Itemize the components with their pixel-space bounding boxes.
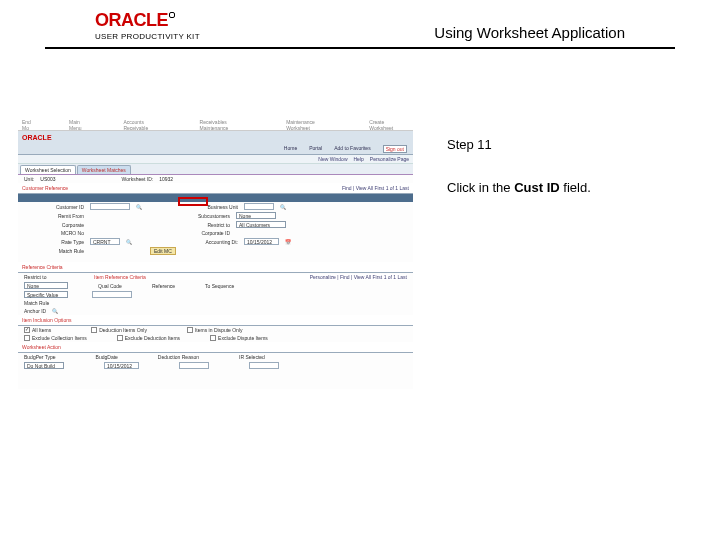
crumb-new[interactable]: New Window bbox=[318, 156, 347, 162]
item-ref-header: Item Reference Criteria Personalize | Fi… bbox=[94, 274, 407, 280]
remit-label: Remit From bbox=[24, 213, 84, 219]
step-text-after: field. bbox=[560, 180, 591, 195]
act-type-label: BudgPer Type bbox=[24, 354, 56, 360]
toseq-label: To Sequence bbox=[205, 283, 234, 289]
excl-ded-label: Exclude Deduction Items bbox=[125, 335, 180, 341]
ss-menu: Home Portal Add to Favorites Sign out bbox=[18, 144, 413, 155]
customer-ref-header: Customer Reference Find | View All First… bbox=[18, 183, 413, 194]
inc-row1: All Items Deduction Items Only Items in … bbox=[18, 326, 413, 334]
doc-title: Using Worksheet Application bbox=[434, 24, 625, 41]
dark-band bbox=[18, 194, 413, 202]
page-header: ORACLE USER PRODUCTIVITY KIT Using Works… bbox=[45, 0, 675, 49]
match-row2: Match Rule bbox=[18, 299, 413, 307]
excl-ded-check[interactable] bbox=[117, 335, 123, 341]
menu-signout[interactable]: Sign out bbox=[383, 145, 407, 153]
corp-label: Corporate bbox=[24, 222, 84, 228]
ss-tabs: Worksheet Selection Worksheet Matches bbox=[18, 164, 413, 175]
crumb-help[interactable]: Help bbox=[354, 156, 364, 162]
menu-home[interactable]: Home bbox=[284, 145, 297, 153]
step-text: Click in the Cust ID field. bbox=[447, 180, 591, 195]
specific-select[interactable]: Specific Value bbox=[24, 291, 68, 298]
ded-only-check[interactable] bbox=[91, 327, 97, 333]
qual-label: Qual Code bbox=[98, 283, 122, 289]
tab-selection[interactable]: Worksheet Selection bbox=[20, 165, 76, 174]
ss-crumb: New Window Help Personalize Page bbox=[18, 155, 413, 164]
restrict-label: Restrict to bbox=[180, 222, 230, 228]
lookup-icon-2[interactable]: 🔍 bbox=[280, 204, 286, 210]
custid-label: Customer ID bbox=[24, 204, 84, 210]
custid-input[interactable] bbox=[90, 203, 130, 210]
ref-label: Reference bbox=[152, 283, 175, 289]
wsid-label: Worksheet ID: bbox=[122, 176, 154, 182]
act-ded-input[interactable] bbox=[179, 362, 209, 369]
top-c: Accounts Receivable bbox=[123, 119, 169, 131]
match-label: Match Rule bbox=[24, 248, 84, 254]
act-date-input[interactable]: 10/15/2012 bbox=[104, 362, 139, 369]
sub-label: Subcustomers bbox=[180, 213, 230, 219]
highlight-custid bbox=[178, 197, 208, 206]
crumb-pers[interactable]: Personalize Page bbox=[370, 156, 409, 162]
top-e: Maintenance Worksheet bbox=[286, 119, 339, 131]
qual-input[interactable] bbox=[92, 291, 132, 298]
lookup-icon[interactable]: 🔍 bbox=[136, 204, 142, 210]
wsid-value: 10932 bbox=[159, 176, 173, 182]
sub-select[interactable]: None bbox=[236, 212, 276, 219]
act-ded-label: Deduction Reason bbox=[158, 354, 199, 360]
bu-input[interactable] bbox=[244, 203, 274, 210]
excl-coll-check[interactable] bbox=[24, 335, 30, 341]
disp-only-label: Items in Dispute Only bbox=[195, 327, 243, 333]
anchor-label: Anchor ID bbox=[24, 308, 46, 314]
ref-row3: Specific Value bbox=[18, 290, 413, 299]
excl-disp-check[interactable] bbox=[210, 335, 216, 341]
ref-criteria-header: Reference Criteria bbox=[18, 262, 413, 273]
step-text-before: Click in the bbox=[447, 180, 514, 195]
restrict-select[interactable]: All Customers bbox=[236, 221, 286, 228]
ded-only-label: Deduction Items Only bbox=[99, 327, 147, 333]
top-f: Create Worksheet bbox=[369, 119, 409, 131]
ss-topbar: End Mo Main Menu Accounts Receivable Rec… bbox=[18, 119, 413, 131]
customer-ref-title: Customer Reference bbox=[22, 185, 68, 191]
rate-row: Rate Type CRRNT 🔍 Accounting Dt: 10/15/2… bbox=[18, 237, 413, 246]
act-type-select[interactable]: Do Not Build bbox=[24, 362, 64, 369]
action-row1: BudgPer Type BudgDate Deduction Reason I… bbox=[18, 353, 413, 361]
disp-only-check[interactable] bbox=[187, 327, 193, 333]
all-items-check[interactable] bbox=[24, 327, 30, 333]
calendar-icon[interactable]: 📅 bbox=[285, 239, 291, 245]
matchrule2-label: Match Rule bbox=[24, 300, 49, 306]
edit-mc-button[interactable]: Edit MC bbox=[150, 247, 176, 255]
ref-cols: Restrict to Item Reference Criteria Pers… bbox=[18, 273, 413, 281]
excl-coll-label: Exclude Collection Items bbox=[32, 335, 87, 341]
corp-row: Corporate Restrict to All Customers bbox=[18, 220, 413, 229]
rate-label: Rate Type bbox=[24, 239, 84, 245]
excl-disp-label: Exclude Dispute Items bbox=[218, 335, 268, 341]
inclusion-header: Item Inclusion Options bbox=[18, 315, 413, 326]
pager-2[interactable]: Personalize | Find | View All First 1 of… bbox=[310, 274, 407, 280]
unit-value: US003 bbox=[40, 176, 55, 182]
matchrule-row: Match Rule Edit MC bbox=[18, 246, 413, 256]
menu-fav[interactable]: Add to Favorites bbox=[334, 145, 370, 153]
act-date-label: BudgDate bbox=[96, 354, 118, 360]
upk-subtitle: USER PRODUCTIVITY KIT bbox=[95, 32, 200, 41]
instruction-panel: Step 11 Click in the Cust ID field. bbox=[413, 119, 591, 389]
restrict2-select[interactable]: None bbox=[24, 282, 68, 289]
pager-1[interactable]: Find | View All First 1 of 1 Last bbox=[342, 185, 409, 191]
action-row2: Do Not Build 10/15/2012 bbox=[18, 361, 413, 370]
oracle-logo: ORACLE bbox=[95, 10, 200, 31]
app-screenshot: End Mo Main Menu Accounts Receivable Rec… bbox=[18, 119, 413, 389]
lookup-icon-4[interactable]: 🔍 bbox=[52, 308, 58, 314]
step-text-bold: Cust ID bbox=[514, 180, 560, 195]
tab-matches[interactable]: Worksheet Matches bbox=[77, 165, 131, 174]
acct-input[interactable]: 10/15/2012 bbox=[244, 238, 279, 245]
refcrit-label: Restrict to bbox=[24, 274, 64, 280]
remit-row: Remit From Subcustomers None bbox=[18, 211, 413, 220]
act-sel-input[interactable] bbox=[249, 362, 279, 369]
ss-oracle-brand: ORACLE bbox=[18, 131, 413, 144]
ss-unit-row: Unit: US003 Worksheet ID: 10932 bbox=[18, 175, 413, 183]
main-area: End Mo Main Menu Accounts Receivable Rec… bbox=[0, 119, 720, 389]
top-d: Receivables Maintenance bbox=[200, 119, 257, 131]
rate-input[interactable]: CRRNT bbox=[90, 238, 120, 245]
menu-portal[interactable]: Portal bbox=[309, 145, 322, 153]
anchor-row: Anchor ID 🔍 bbox=[18, 307, 413, 315]
lookup-icon-3[interactable]: 🔍 bbox=[126, 239, 132, 245]
inc-row2: Exclude Collection Items Exclude Deducti… bbox=[18, 334, 413, 342]
